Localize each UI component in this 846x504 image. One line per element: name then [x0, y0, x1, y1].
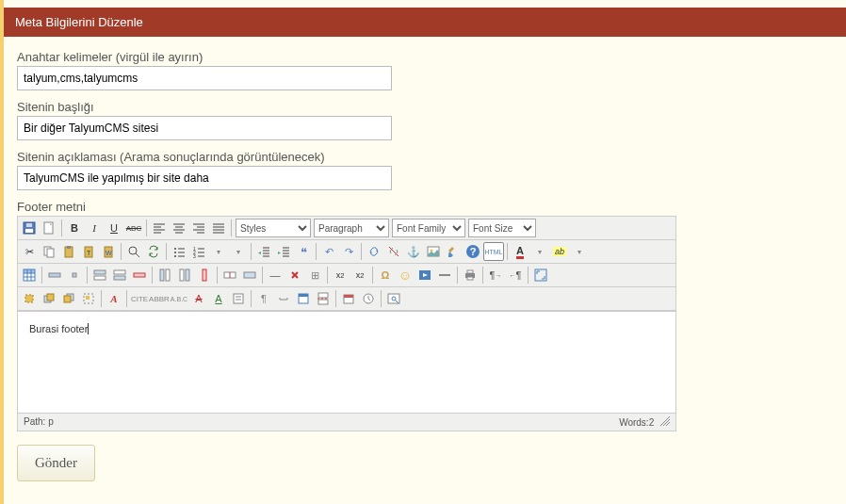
unlink-icon[interactable]: [384, 242, 403, 261]
styleprops-icon[interactable]: A: [105, 289, 123, 308]
cell-props-icon[interactable]: [65, 266, 84, 285]
copy-icon[interactable]: [40, 242, 58, 261]
rtl-icon[interactable]: ←¶: [506, 266, 525, 285]
code-icon[interactable]: HTML: [483, 242, 504, 261]
svg-rect-36: [244, 272, 255, 278]
save-icon[interactable]: [20, 219, 39, 237]
bullet-list-icon[interactable]: [170, 242, 188, 261]
absolute-icon[interactable]: [79, 289, 98, 308]
svg-point-13: [174, 248, 176, 250]
num-list-arrow-icon[interactable]: ▾: [229, 242, 248, 261]
svg-rect-42: [25, 295, 33, 302]
abbr-icon[interactable]: ABBR: [150, 289, 169, 308]
align-right-icon[interactable]: [189, 219, 208, 237]
num-list-icon[interactable]: 123: [189, 242, 208, 261]
pagebreak-icon[interactable]: [314, 289, 333, 308]
page-header: Meta Bilgilerini Düzenle: [4, 8, 846, 37]
cite-icon[interactable]: CITE: [130, 289, 149, 308]
bullet-list-arrow-icon[interactable]: ▾: [209, 242, 228, 261]
visual-aid-icon[interactable]: ⊞: [305, 266, 324, 285]
resize-grip-icon[interactable]: [660, 416, 670, 426]
row-after-icon[interactable]: [110, 266, 129, 285]
editor-text: Burasi footer: [29, 323, 89, 334]
print-icon[interactable]: [461, 266, 480, 285]
svg-rect-30: [160, 269, 164, 281]
nonbreaking-icon[interactable]: [274, 289, 293, 308]
table-icon[interactable]: [20, 266, 39, 285]
text-color-icon[interactable]: A: [511, 242, 529, 261]
preview-icon[interactable]: [384, 289, 403, 308]
bg-color-icon[interactable]: ab: [550, 242, 569, 261]
paragraph-select[interactable]: Paragraph: [314, 219, 389, 237]
align-left-icon[interactable]: [150, 219, 169, 237]
anchor-icon[interactable]: ⚓: [404, 242, 423, 261]
strikethrough-icon[interactable]: ABC: [124, 219, 143, 237]
remove-format-icon[interactable]: [285, 266, 304, 285]
col-before-icon[interactable]: [155, 266, 174, 285]
site-title-input[interactable]: [17, 116, 392, 140]
cut-icon[interactable]: ✂: [20, 242, 39, 261]
ltr-icon[interactable]: ¶→: [486, 266, 505, 285]
keywords-input[interactable]: [17, 66, 392, 90]
subscript-icon[interactable]: x2: [331, 266, 350, 285]
outdent-icon[interactable]: [254, 242, 273, 261]
link-icon[interactable]: [365, 242, 383, 261]
template-icon[interactable]: [294, 289, 313, 308]
blockquote-icon[interactable]: ❝: [294, 242, 313, 261]
insert-date-icon[interactable]: [339, 289, 358, 308]
del-icon[interactable]: A: [189, 289, 208, 308]
acronym-icon[interactable]: A.B.C: [170, 289, 188, 308]
bold-icon[interactable]: B: [65, 219, 84, 237]
insert-time-icon[interactable]: [359, 289, 378, 308]
underline-icon[interactable]: U: [105, 219, 123, 237]
align-center-icon[interactable]: [170, 219, 188, 237]
help-icon[interactable]: ?: [466, 245, 480, 258]
fullscreen-icon[interactable]: [531, 266, 550, 285]
delete-col-icon[interactable]: [195, 266, 214, 285]
submit-button[interactable]: Gönder: [17, 445, 95, 481]
charmap-icon[interactable]: Ω: [376, 266, 395, 285]
visualchars-icon[interactable]: ¶: [254, 289, 273, 308]
paste-text-icon[interactable]: T: [79, 242, 98, 261]
delete-row-icon[interactable]: [130, 266, 149, 285]
italic-icon[interactable]: I: [85, 219, 104, 237]
row-props-icon[interactable]: [45, 266, 64, 285]
replace-icon[interactable]: [144, 242, 163, 261]
editor-path: Path: p: [24, 416, 54, 428]
advhr-icon[interactable]: [435, 266, 454, 285]
attribs-icon[interactable]: [229, 289, 248, 308]
superscript-icon[interactable]: x2: [350, 266, 369, 285]
hr-icon[interactable]: —: [266, 266, 285, 285]
svg-rect-2: [26, 223, 32, 227]
paste-word-icon[interactable]: W: [99, 242, 118, 261]
text-color-arrow-icon[interactable]: ▾: [530, 242, 549, 261]
col-after-icon[interactable]: [175, 266, 194, 285]
search-icon[interactable]: [124, 242, 143, 261]
image-icon[interactable]: [424, 242, 443, 261]
media-icon[interactable]: [415, 266, 434, 285]
new-doc-icon[interactable]: [40, 219, 58, 237]
svg-rect-41: [535, 269, 546, 281]
split-cells-icon[interactable]: [220, 266, 239, 285]
cleanup-icon[interactable]: [444, 242, 463, 261]
font-size-select[interactable]: Font Size: [468, 219, 536, 237]
row-before-icon[interactable]: [90, 266, 109, 285]
svg-text:3: 3: [193, 253, 196, 258]
paste-icon[interactable]: [59, 242, 78, 261]
insert-layer-icon[interactable]: [20, 289, 39, 308]
svg-rect-44: [47, 294, 54, 301]
indent-icon[interactable]: [274, 242, 293, 261]
redo-icon[interactable]: ↷: [339, 242, 358, 261]
bg-color-arrow-icon[interactable]: ▾: [570, 242, 589, 261]
site-desc-input[interactable]: [17, 166, 392, 190]
undo-icon[interactable]: ↶: [319, 242, 338, 261]
move-backward-icon[interactable]: [59, 289, 78, 308]
merge-cells-icon[interactable]: [240, 266, 259, 285]
align-justify-icon[interactable]: [209, 219, 228, 237]
font-family-select[interactable]: Font Family: [392, 219, 465, 237]
ins-icon[interactable]: A: [209, 289, 228, 308]
editor-content-area[interactable]: Burasi footer: [18, 311, 675, 413]
emotions-icon[interactable]: ☺: [396, 266, 415, 285]
move-forward-icon[interactable]: [40, 289, 58, 308]
styles-select[interactable]: Styles: [236, 219, 311, 237]
